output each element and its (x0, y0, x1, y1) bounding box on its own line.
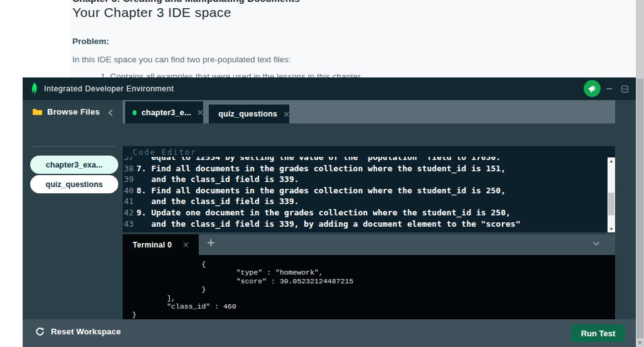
reset-workspace-button[interactable]: Reset Workspace (35, 327, 121, 336)
close-tab-icon[interactable] (197, 110, 203, 115)
mongodb-leaf-icon (30, 82, 39, 98)
file-button-quiz-questions[interactable]: quiz_questions (30, 175, 118, 193)
code-line: 43 and the class_id field is 339, by add… (123, 219, 608, 230)
code-editor-viewport[interactable]: 37 equal to 12534 by setting the value o… (123, 157, 608, 232)
terminal-tabstrip: Terminal 0 (123, 234, 615, 255)
code-editor-label: Code Editor (133, 148, 196, 157)
chapter-heading: Chapter 3: Creating and Manipulating Doc… (72, 0, 300, 4)
minimize-button[interactable] (604, 83, 615, 94)
close-terminal-icon[interactable] (183, 242, 189, 247)
announcement-button[interactable] (584, 80, 601, 97)
editor-column: chapter3_e... quiz_questions Co (123, 100, 615, 319)
tab-label: chapter3_e... (142, 108, 191, 117)
reset-workspace-label: Reset Workspace (51, 327, 121, 336)
code-line: 41 and the class_id field is 339. (123, 196, 608, 207)
tab-quiz-questions[interactable]: quiz_questions (209, 105, 289, 123)
ide-body: Browse Files chapter3_exa... quiz_questi… (23, 100, 636, 319)
ide-footer: Reset Workspace Run Test (23, 319, 636, 347)
code-line: 429. Update one document in the grades c… (123, 207, 608, 219)
tab-terminal-0[interactable]: Terminal 0 (123, 234, 199, 255)
megaphone-icon (587, 83, 597, 94)
problem-label: Problem: (72, 37, 109, 46)
ide-panel: Integrated Developer Environment (23, 77, 636, 347)
code-line: 408. Find all documents in the grades co… (123, 185, 608, 196)
add-terminal-icon[interactable] (207, 239, 215, 247)
scroll-down-icon[interactable]: ▼ (608, 225, 615, 232)
sidebar-divider (30, 146, 116, 147)
scroll-up-icon[interactable]: ▲ (608, 157, 615, 164)
modified-dot-icon (133, 110, 136, 115)
sidebar-collapse-icon[interactable] (108, 108, 113, 119)
lesson-intro: In this IDE space you can find two pre-p… (72, 55, 291, 64)
page: Chapter 3: Creating and Manipulating Doc… (0, 0, 644, 347)
browse-files-header: Browse Files (23, 105, 123, 120)
refresh-icon (35, 327, 45, 336)
terminal-panel-chevron-down-icon[interactable] (592, 241, 600, 246)
file-sidebar: Browse Files chapter3_exa... quiz_questi… (23, 100, 123, 319)
page-title: Your Chapter 3 IDE space (72, 5, 231, 20)
lesson-content: Chapter 3: Creating and Manipulating Doc… (70, 0, 636, 77)
close-tab-icon[interactable] (284, 111, 289, 117)
editor-tabstrip: chapter3_e... quiz_questions (123, 100, 615, 123)
tab-chapter3-examples[interactable]: chapter3_e... (125, 101, 203, 123)
ide-title: Integrated Developer Environment (44, 84, 174, 93)
code-editor: Code Editor 37 equal to 12534 by setting… (123, 146, 615, 232)
code-line: 39 and the class_id field is 339. (123, 174, 608, 185)
editor-scrollbar[interactable]: ▲ ▼ (608, 157, 615, 232)
editor-scrollbar-thumb[interactable] (608, 193, 614, 215)
page-scroll-down-icon[interactable]: ▼ (636, 340, 644, 346)
file-button-chapter3-examples[interactable]: chapter3_exa... (30, 156, 118, 174)
expand-window-button[interactable] (619, 83, 630, 94)
tab-label: quiz_questions (218, 110, 277, 118)
code-lines: 37 equal to 12534 by setting the value o… (123, 157, 608, 229)
browse-files-label: Browse Files (47, 107, 100, 117)
code-line: 37 equal to 12534 by setting the value o… (123, 157, 608, 163)
ide-header: Integrated Developer Environment (23, 77, 636, 100)
terminal-tab-label: Terminal 0 (133, 241, 172, 249)
page-scrollbar[interactable]: ▼ (636, 0, 644, 347)
run-test-button[interactable]: Run Test (571, 324, 625, 342)
code-line: 387. Find all documents in the grades co… (123, 163, 608, 174)
folder-icon (32, 107, 43, 118)
page-scrollbar-thumb[interactable] (636, 79, 643, 338)
